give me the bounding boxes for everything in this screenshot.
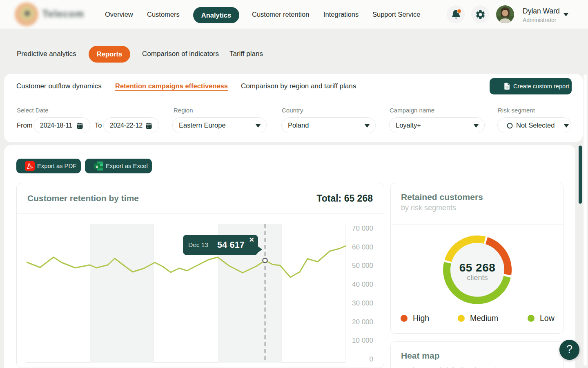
svg-text:x: x [96, 164, 98, 169]
